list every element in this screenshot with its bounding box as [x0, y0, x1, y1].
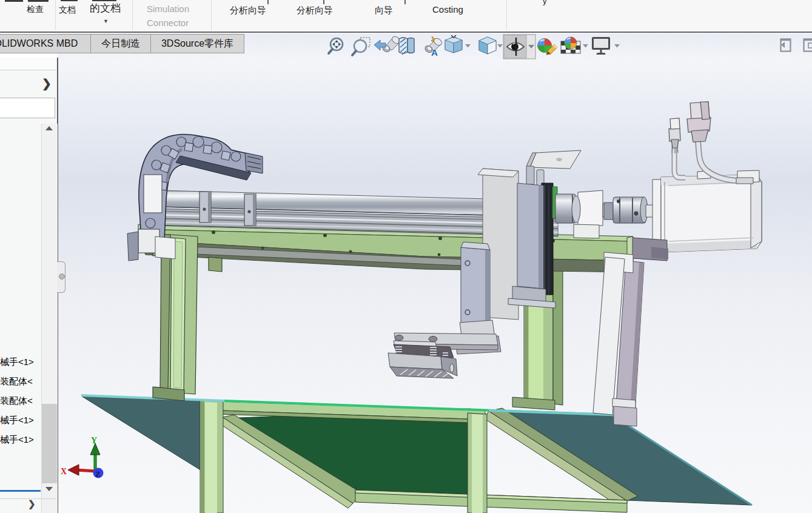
svg-text:X: X [61, 467, 67, 476]
svg-text:Z: Z [95, 469, 101, 478]
svg-text:Y: Y [91, 436, 97, 445]
